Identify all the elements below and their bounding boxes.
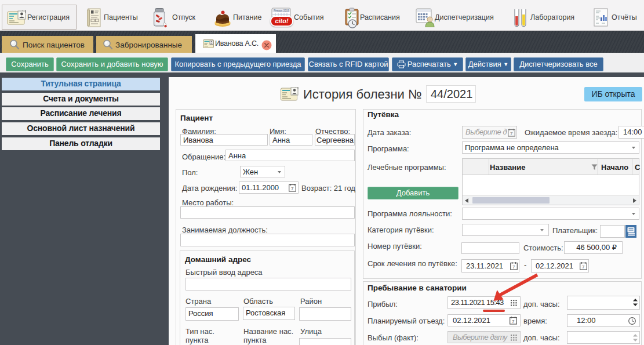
svg-text:7: 7: [291, 186, 294, 191]
svg-text:7: 7: [512, 264, 515, 270]
svg-text:7: 7: [512, 319, 515, 324]
svg-text:Январь 2019: Январь 2019: [274, 9, 289, 12]
svg-text:7: 7: [582, 264, 585, 270]
svg-text:7: 7: [510, 131, 513, 136]
